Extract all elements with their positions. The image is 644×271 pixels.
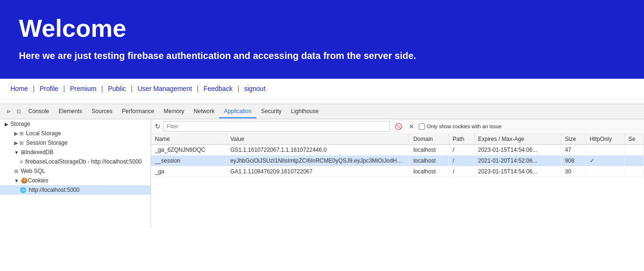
col-se: Se [625, 134, 644, 145]
nav-public[interactable]: Public [108, 85, 126, 92]
tab-performance[interactable]: Performance [117, 105, 159, 118]
cookie-table: Name Value Domain Path Expires / Max-Age… [151, 134, 644, 177]
nav-user-management[interactable]: User Management [137, 85, 192, 92]
table-header-row: Name Value Domain Path Expires / Max-Age… [151, 134, 644, 145]
cookies-icon: 🍪 [21, 177, 28, 184]
col-size: Size [561, 134, 585, 145]
table-row[interactable]: _gaGA1.1.1108476209.1610722067localhost/… [151, 166, 644, 177]
nav-bar: Home | Profile | Premium | Public | User… [0, 79, 644, 99]
col-domain: Domain [409, 134, 449, 145]
web-sql-icon: ⊞ [14, 168, 18, 174]
sidebar-cookies-localhost[interactable]: 🌐 http://localhost:5000 [0, 185, 151, 195]
tab-application[interactable]: Application [219, 105, 256, 118]
cookies-arrow-icon: ▼ [14, 178, 19, 183]
cell-3: / [449, 156, 474, 166]
refresh-button[interactable]: ↻ [155, 123, 161, 130]
col-expires: Expires / Max-Age [474, 134, 561, 145]
devtools-tabbar: ⊳ ⊡ Console Elements Sources Performance… [0, 104, 644, 119]
indexed-db-icon: ⊞ [21, 149, 25, 156]
devtools-icon-btn-2[interactable]: ⊡ [14, 107, 24, 116]
storage-arrow-icon: ▶ [5, 122, 8, 127]
firebase-db-icon: ≡ [20, 159, 23, 164]
sidebar-session-storage[interactable]: ▶ ⊞ Session Storage [0, 138, 151, 148]
devtools-main-panel: ↻ 🚫 ✕ Only show cookies with an issue Na… [151, 119, 644, 228]
col-name: Name [151, 134, 226, 145]
only-issue-checkbox[interactable] [419, 123, 425, 130]
cell-7 [625, 145, 644, 156]
tab-console[interactable]: Console [24, 105, 54, 118]
sidebar-local-storage[interactable]: ▶ ⊞ Local Storage [0, 129, 151, 138]
table-row[interactable]: _ga_6ZQNJN9DQCGS1.1.1610722067.1.1.16107… [151, 145, 644, 156]
cell-3: / [449, 145, 474, 156]
tab-memory[interactable]: Memory [159, 105, 189, 118]
col-path: Path [449, 134, 474, 145]
devtools-panel: ⊳ ⊡ Console Elements Sources Performance… [0, 104, 644, 228]
cookies-toolbar: ↻ 🚫 ✕ Only show cookies with an issue [151, 119, 644, 134]
table-row[interactable]: __sessioneyJhbGciOiJSUzI1NiIsImtpZCI6InR… [151, 156, 644, 166]
cell-0: _ga [151, 166, 226, 177]
cell-6 [585, 145, 624, 156]
cookies-url-icon: 🌐 [20, 187, 26, 193]
hero-banner: Welcome Here we are just testing firebas… [0, 0, 644, 79]
cell-0: _ga_6ZQNJN9DQC [151, 145, 226, 156]
delete-button[interactable]: ✕ [407, 122, 416, 131]
tab-security[interactable]: Security [256, 105, 286, 118]
cell-2: localhost [409, 145, 449, 156]
cell-2: localhost [409, 156, 449, 166]
nav-profile[interactable]: Profile [40, 85, 59, 92]
cell-4: 2023-01-15T14:54:06... [474, 166, 561, 177]
local-storage-icon: ▶ ⊞ [14, 131, 24, 137]
nav-home[interactable]: Home [10, 85, 28, 92]
cell-5: 47 [561, 145, 585, 156]
sidebar-indexed-db[interactable]: ▼ ⊞ IndexedDB [0, 148, 151, 157]
sidebar-storage-group[interactable]: ▶ Storage [0, 119, 151, 129]
cell-1: GS1.1.1610722067.1.1.1610722446.0 [226, 145, 409, 156]
col-value: Value [226, 134, 409, 145]
cell-2: localhost [409, 166, 449, 177]
hero-title: Welcome [19, 14, 625, 42]
cell-4: 2021-01-20T14:52:06... [474, 156, 561, 166]
cell-5: 30 [561, 166, 585, 177]
tab-lighthouse[interactable]: Lighthouse [286, 105, 323, 118]
sidebar-storage-label: Storage [10, 121, 30, 127]
sidebar-web-sql[interactable]: ⊞ Web SQL [0, 166, 151, 176]
cell-7 [625, 166, 644, 177]
nav-premium[interactable]: Premium [70, 85, 96, 92]
cell-0: __session [151, 156, 226, 166]
clear-button[interactable]: 🚫 [393, 122, 404, 131]
sidebar-cookies-group[interactable]: ▼ 🍪 Cookies [0, 176, 151, 185]
filter-input[interactable] [163, 121, 390, 131]
col-httponly: HttpOnly [585, 134, 624, 145]
nav-signout[interactable]: signout [244, 85, 265, 92]
cell-1: GA1.1.1108476209.1610722067 [226, 166, 409, 177]
cell-5: 908 [561, 156, 585, 166]
cell-4: 2023-01-15T14:54:06... [474, 145, 561, 156]
devtools-body: ▶ Storage ▶ ⊞ Local Storage ▶ ⊞ Session … [0, 119, 644, 228]
only-issue-label[interactable]: Only show cookies with an issue [419, 123, 501, 130]
devtools-icon-btn-1[interactable]: ⊳ [4, 107, 14, 116]
cell-6 [585, 166, 624, 177]
tab-sources[interactable]: Sources [87, 105, 117, 118]
tab-elements[interactable]: Elements [54, 105, 87, 118]
cell-6: ✓ [585, 156, 624, 166]
cell-7 [625, 156, 644, 166]
nav-feedback[interactable]: Feedback [203, 85, 232, 92]
indexed-db-arrow-icon: ▼ [14, 150, 19, 155]
sidebar-firebase-db[interactable]: ≡ firebaseLocalStorageDb - http://localh… [0, 157, 151, 166]
cell-3: / [449, 166, 474, 177]
tab-network[interactable]: Network [189, 105, 219, 118]
session-storage-icon: ▶ ⊞ [14, 140, 24, 146]
hero-subtitle: Here we are just testing firebase authen… [19, 49, 625, 62]
cell-1: eyJhbGciOiJSUzI1NiIsImtpZCI6InRCME0yQSJ9… [226, 156, 409, 166]
devtools-sidebar: ▶ Storage ▶ ⊞ Local Storage ▶ ⊞ Session … [0, 119, 151, 228]
